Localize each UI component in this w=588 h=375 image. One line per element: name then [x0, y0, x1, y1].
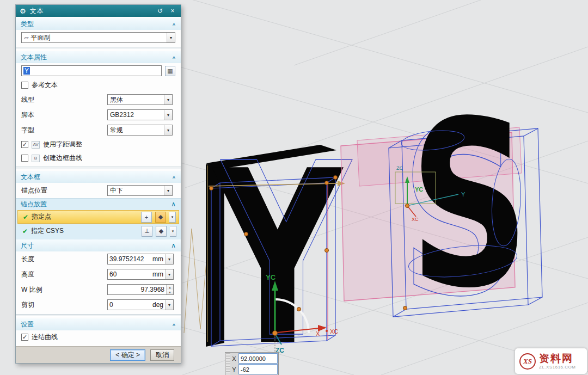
specify-csys-row[interactable]: ✔ 指定 CSYS ⊥ ◆ ▾: [17, 224, 179, 238]
y-coordinate-row: Y -62: [231, 364, 278, 374]
chevron-down-icon[interactable]: ▾: [164, 95, 172, 104]
solid-letter-s[interactable]: S S: [401, 72, 530, 347]
text-dialog: ⚙ 文本 ↺ × 类型 ∧ ▱ 平面副 ▾ 文本属性 ∧ Y ▦: [15, 4, 181, 364]
planar-type-icon: ▱: [24, 34, 28, 41]
style-row: 字型 常规 ▾: [16, 122, 181, 138]
subsection-header-size[interactable]: 尺寸 ∧: [16, 239, 181, 251]
dialog-title: 文本: [30, 7, 152, 16]
subsection-header-anchor-placement[interactable]: 锚点放置 ∧: [16, 199, 181, 210]
wscale-stepper[interactable]: ▴ ▾: [166, 285, 173, 294]
kerning-icon: AV: [32, 141, 40, 149]
chevron-up-icon[interactable]: ∧: [172, 175, 176, 179]
font-label: 线型: [21, 95, 104, 104]
specify-point-row[interactable]: ✔ 指定点 + ◆ ▾: [17, 210, 179, 224]
script-select[interactable]: GB2312 ▾: [107, 109, 173, 120]
settings-label: 设置: [21, 320, 172, 329]
height-unit-arrow[interactable]: ▾: [165, 269, 173, 279]
dynamic-input-box: X 92.00000 Y -62: [225, 352, 279, 375]
check-icon: ✓: [22, 334, 27, 340]
length-input[interactable]: 39.9752142 mm ▾: [107, 254, 174, 265]
specify-csys-label: 指定 CSYS: [31, 226, 138, 236]
section-header-settings[interactable]: 设置 ∧: [16, 318, 181, 330]
reference-text-checkbox[interactable]: [21, 82, 28, 89]
watermark-site: ZL.XS1616.COM: [539, 365, 575, 370]
text-props-label: 文本属性: [21, 53, 172, 62]
anchor-position-value: 中下: [110, 186, 164, 195]
font-select-value: 黑体: [110, 95, 164, 104]
border-curves-label: 创建边框曲线: [43, 153, 82, 163]
style-select[interactable]: 常规 ▾: [107, 125, 173, 136]
wscale-value: 97.3968: [108, 286, 166, 293]
kerning-row: ✓ AV 使用字距调整: [16, 138, 181, 151]
chevron-down-icon[interactable]: ▾: [164, 186, 172, 195]
cancel-button[interactable]: 取消: [150, 349, 174, 361]
y-coordinate-input[interactable]: -62: [238, 364, 278, 374]
text-editor-button[interactable]: ▦: [165, 66, 175, 76]
chevron-down-icon[interactable]: ▾: [164, 110, 172, 120]
section-header-text-frame[interactable]: 文本框 ∧: [16, 171, 181, 183]
height-unit: mm: [151, 271, 165, 278]
ok-button[interactable]: < 确定 >: [110, 349, 145, 361]
shear-unit: deg: [151, 301, 165, 309]
text-value-input[interactable]: Y: [21, 65, 162, 76]
chevron-down-icon[interactable]: ▾: [167, 33, 175, 42]
anchor-y-label: Y: [461, 191, 465, 198]
watermark-name: 资料网: [539, 353, 575, 365]
point-dialog-button[interactable]: ◆: [155, 212, 166, 223]
csys-options-arrow[interactable]: ▾: [170, 226, 176, 237]
height-input[interactable]: 60 mm ▾: [107, 269, 174, 280]
specify-point-label: 指定点: [32, 212, 138, 222]
kerning-checkbox[interactable]: ✓: [21, 141, 28, 148]
close-icon[interactable]: ×: [168, 7, 177, 15]
shear-value: 0: [108, 301, 151, 309]
border-curves-icon: B: [32, 155, 40, 162]
chevron-up-icon[interactable]: ∧: [172, 322, 176, 327]
csys-constructor-button[interactable]: ⊥: [142, 226, 152, 237]
reset-icon[interactable]: ↺: [156, 7, 164, 15]
font-select[interactable]: 黑体 ▾: [107, 94, 173, 105]
wscale-label: W 比例: [21, 285, 104, 294]
csys-dialog-button[interactable]: ◆: [156, 226, 167, 237]
spinner-down-icon[interactable]: ▾: [167, 290, 173, 294]
type-select[interactable]: ▱ 平面副 ▾: [21, 32, 175, 43]
anchor-position-select[interactable]: 中下 ▾: [107, 185, 173, 196]
join-curves-checkbox[interactable]: ✓: [21, 334, 28, 341]
section-header-type[interactable]: 类型 ∧: [16, 18, 181, 30]
length-value: 39.9752142: [108, 255, 151, 263]
kerning-label: 使用字距调整: [43, 140, 82, 149]
length-unit: mm: [151, 255, 165, 263]
wcs-x-label: X: [316, 330, 320, 337]
chevron-up-icon[interactable]: ∧: [172, 55, 176, 59]
letter-s-face[interactable]: S: [409, 72, 530, 338]
spinner-up-icon[interactable]: ▴: [167, 285, 173, 290]
anchor-xc-label: XC: [412, 217, 419, 222]
anchor-placement-panel: 锚点放置 ∧ ✔ 指定点 + ◆ ▾ ✔ 指定 CSYS ⊥ ◆ ▾: [16, 198, 181, 239]
shear-unit-arrow[interactable]: ▾: [165, 300, 173, 310]
section-divider: [16, 167, 181, 169]
x-coordinate-input[interactable]: 92.00000: [238, 353, 278, 364]
style-label: 字型: [21, 126, 104, 135]
chevron-up-icon[interactable]: ∧: [172, 22, 176, 26]
border-curves-checkbox[interactable]: [21, 155, 28, 162]
anchor-zc-label: ZC: [396, 165, 403, 171]
chevron-down-icon[interactable]: ▾: [164, 125, 172, 135]
chevron-up-icon[interactable]: ∧: [171, 242, 176, 249]
wscale-input[interactable]: 97.3968 ▴ ▾: [107, 284, 174, 295]
type-row: ▱ 平面副 ▾: [16, 30, 181, 45]
green-check-icon: ✔: [23, 213, 28, 221]
point-options-arrow[interactable]: ▾: [169, 212, 176, 223]
chevron-up-icon[interactable]: ∧: [171, 200, 176, 208]
point-constructor-button[interactable]: +: [141, 212, 152, 223]
reference-text-row: 参考文本: [16, 78, 181, 92]
section-header-text-properties[interactable]: 文本属性 ∧: [16, 51, 181, 63]
shear-row: 剪切 0 deg ▾: [16, 297, 181, 312]
x-coordinate-label: X: [231, 355, 237, 362]
length-unit-arrow[interactable]: ▾: [165, 254, 173, 264]
wcs-yc-label: YC: [266, 273, 276, 281]
input-box-grip[interactable]: [226, 353, 230, 374]
script-row: 脚本 GB2312 ▾: [16, 107, 181, 122]
shear-input[interactable]: 0 deg ▾: [107, 299, 174, 310]
dialog-titlebar[interactable]: ⚙ 文本 ↺ ×: [16, 5, 181, 17]
script-label: 脚本: [21, 110, 104, 120]
size-label: 尺寸: [21, 241, 171, 250]
